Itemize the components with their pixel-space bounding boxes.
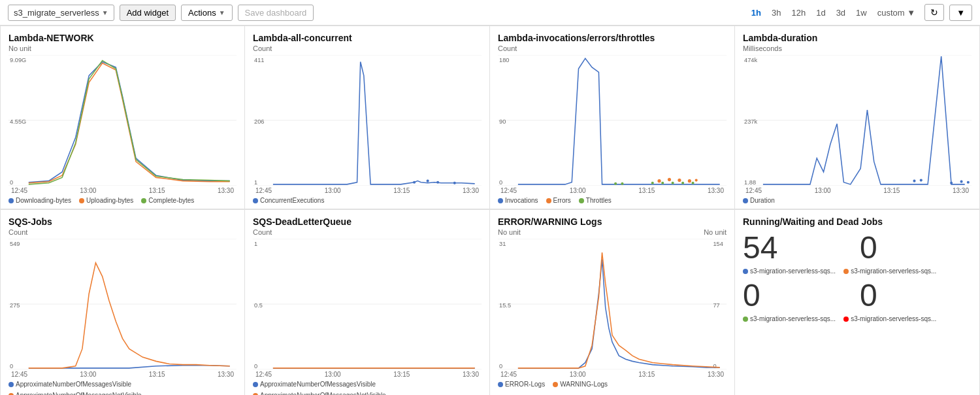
svg-text:206: 206 xyxy=(254,118,264,125)
dashboard-dropdown-arrow: ▼ xyxy=(102,9,108,16)
widget-lambda-network-unit: No unit xyxy=(8,44,237,52)
widget-error-logs-title: ERROR/WARNING Logs xyxy=(498,216,727,227)
dashboard-name: s3_migrate_serverless xyxy=(14,8,99,18)
svg-text:31: 31 xyxy=(499,240,506,247)
big-numbers-grid-2: 0 0 xyxy=(743,280,972,311)
big-num-0-first: 0 xyxy=(860,232,972,264)
time-1d[interactable]: 1d xyxy=(812,6,829,20)
svg-text:549: 549 xyxy=(10,240,20,247)
svg-point-31 xyxy=(672,182,674,184)
svg-point-40 xyxy=(913,180,915,182)
svg-text:4.55G: 4.55G xyxy=(10,118,26,125)
time-controls: 1h 3h 12h 1d 3d 1w custom ▼ xyxy=(747,6,919,20)
big-num-54: 54 xyxy=(743,232,855,264)
dashboard-selector[interactable]: s3_migrate_serverless ▼ xyxy=(8,5,114,21)
svg-point-29 xyxy=(651,182,654,184)
svg-point-23 xyxy=(668,178,671,181)
widget-lambda-concurrent-unit: Count xyxy=(253,44,482,52)
svg-point-41 xyxy=(920,179,923,181)
time-1h[interactable]: 1h xyxy=(747,6,765,20)
svg-point-42 xyxy=(950,182,953,184)
svg-point-43 xyxy=(960,180,963,183)
widget-lambda-duration-title: Lambda-duration xyxy=(743,33,972,43)
svg-text:77: 77 xyxy=(713,302,719,309)
widget-sqs-jobs-title: SQS-Jobs xyxy=(8,216,237,227)
widget-lambda-duration-unit: Milliseconds xyxy=(743,44,972,52)
widget-lambda-concurrent-xlabels: 12:4513:0013:1513:30 xyxy=(253,187,482,194)
widget-lambda-invocations: Lambda-invocations/errors/throttles Coun… xyxy=(490,26,735,209)
svg-point-44 xyxy=(967,181,970,184)
big-num-0-third: 0 xyxy=(860,280,972,311)
svg-text:15.5: 15.5 xyxy=(499,302,511,309)
time-3d[interactable]: 3d xyxy=(832,6,849,20)
svg-point-32 xyxy=(681,182,684,184)
widget-lambda-invocations-unit: Count xyxy=(498,44,727,52)
widget-lambda-invocations-title: Lambda-invocations/errors/throttles xyxy=(498,33,727,43)
svg-point-26 xyxy=(695,179,698,181)
settings-icon: ▼ xyxy=(956,8,965,18)
widget-lambda-network-xlabels: 12:4513:0013:1513:30 xyxy=(8,187,237,194)
svg-text:0.5: 0.5 xyxy=(254,302,263,309)
svg-text:180: 180 xyxy=(499,56,509,63)
widget-running-dead-title: Running/Waiting and Dead Jobs xyxy=(743,216,972,227)
widget-lambda-network-legend: Downloading-bytes Uploading-bytes Comple… xyxy=(8,197,237,204)
svg-text:275: 275 xyxy=(10,302,20,309)
big-numbers-grid: 54 0 xyxy=(743,232,972,264)
time-custom[interactable]: custom ▼ xyxy=(874,6,919,20)
svg-text:0: 0 xyxy=(10,363,13,369)
widget-error-logs-chart: 31 15.5 0 154 77 0 xyxy=(498,239,727,369)
widget-sqs-deadletter-chart: 1 0.5 0 xyxy=(253,239,482,369)
widget-lambda-duration-legend: Duration xyxy=(743,197,972,204)
actions-label: Actions xyxy=(188,8,216,18)
svg-text:0: 0 xyxy=(254,363,257,369)
widget-lambda-invocations-legend: Invocations Errors Throttles xyxy=(498,197,727,204)
widget-error-logs-xlabels: 12:4513:0013:1513:30 xyxy=(498,371,727,378)
time-3h[interactable]: 3h xyxy=(768,6,785,20)
widget-lambda-network-chart: 9.09G 4.55G 0 xyxy=(8,55,237,186)
svg-point-12 xyxy=(413,181,416,184)
toolbar: s3_migrate_serverless ▼ Add widget Actio… xyxy=(0,0,980,26)
widget-running-dead-legend-top: s3-migration-serverless-sqs... s3-migrat… xyxy=(743,267,972,275)
widget-sqs-jobs-xlabels: 12:4513:0013:1513:30 xyxy=(8,371,237,378)
actions-dropdown-arrow: ▼ xyxy=(219,9,225,16)
svg-text:0: 0 xyxy=(499,179,502,186)
refresh-button[interactable]: ↻ xyxy=(924,4,944,21)
svg-text:0: 0 xyxy=(10,179,13,186)
actions-button[interactable]: Actions ▼ xyxy=(181,5,233,21)
big-num-0-second: 0 xyxy=(743,280,855,311)
settings-button[interactable]: ▼ xyxy=(949,5,972,21)
widget-lambda-concurrent-chart: 411 206 1 xyxy=(253,55,482,186)
widget-lambda-duration: Lambda-duration Milliseconds 474k 237k 1… xyxy=(735,26,980,209)
widget-running-dead: Running/Waiting and Dead Jobs 54 0 s3-mi… xyxy=(735,209,980,395)
svg-point-15 xyxy=(453,182,456,184)
svg-text:237k: 237k xyxy=(744,118,757,125)
save-dashboard-button[interactable]: Save dashboard xyxy=(238,5,314,21)
widget-lambda-duration-xlabels: 12:4513:0013:1513:30 xyxy=(743,187,972,194)
svg-point-30 xyxy=(661,182,664,184)
dashboard-grid: Lambda-NETWORK No unit 9.09G 4.55G 0 1 xyxy=(0,26,980,395)
widget-sqs-jobs-unit: Count xyxy=(8,228,237,236)
widget-error-logs-unit-left: No unit xyxy=(498,228,521,236)
svg-text:90: 90 xyxy=(499,118,506,125)
widget-lambda-duration-chart: 474k 237k 1.88 xyxy=(743,55,972,186)
widget-error-logs: ERROR/WARNING Logs No unit No unit 31 15… xyxy=(490,209,735,395)
svg-text:474k: 474k xyxy=(744,56,757,63)
widget-sqs-deadletter-legend: ApproximateNumberOfMessagesVisible Appro… xyxy=(253,381,482,395)
widget-sqs-deadletter-xlabels: 12:4513:0013:1513:30 xyxy=(253,371,482,378)
widget-lambda-network-title: Lambda-NETWORK xyxy=(8,33,237,43)
widget-error-logs-unit-right: No unit xyxy=(704,228,727,236)
svg-point-27 xyxy=(614,182,617,185)
widget-sqs-jobs: SQS-Jobs Count 549 275 0 12:4513:0013:15… xyxy=(0,209,245,395)
widget-running-dead-legend-bottom: s3-migration-serverless-sqs... s3-migrat… xyxy=(743,315,972,322)
widget-sqs-deadletter-title: SQS-DeadLetterQueue xyxy=(253,216,482,227)
svg-text:154: 154 xyxy=(713,240,723,247)
widget-sqs-jobs-legend: ApproximateNumberOfMessagesVisible Appro… xyxy=(8,381,237,395)
svg-text:0: 0 xyxy=(499,363,502,369)
time-1w[interactable]: 1w xyxy=(852,6,871,20)
widget-lambda-invocations-xlabels: 12:4513:0013:1513:30 xyxy=(498,187,727,194)
time-12h[interactable]: 12h xyxy=(787,6,809,20)
add-widget-button[interactable]: Add widget xyxy=(120,5,176,21)
svg-point-13 xyxy=(427,180,429,182)
widget-lambda-invocations-chart: 180 90 0 xyxy=(498,55,727,186)
svg-point-24 xyxy=(678,179,681,182)
